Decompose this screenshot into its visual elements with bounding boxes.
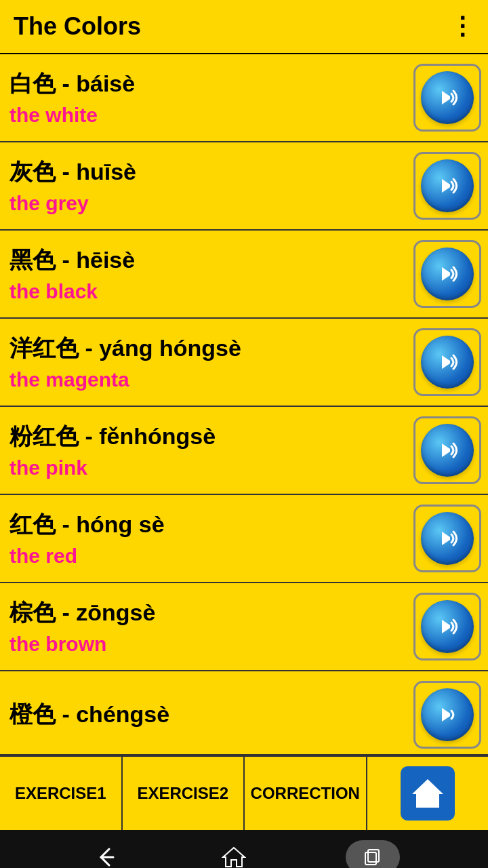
exercise1-button[interactable]: EXERCISE1 bbox=[0, 757, 123, 830]
svg-marker-2 bbox=[442, 267, 450, 281]
sound-button-orange[interactable] bbox=[413, 681, 481, 749]
svg-rect-11 bbox=[365, 852, 376, 865]
sound-button-magenta[interactable] bbox=[413, 328, 481, 396]
vocab-text-magenta: 洋红色 - yáng hóngsè the magenta bbox=[9, 333, 407, 391]
sound-icon-magenta bbox=[421, 336, 474, 389]
vocab-item-orange-partial: 橙色 - chéngsè bbox=[0, 671, 488, 755]
svg-rect-12 bbox=[368, 850, 379, 862]
top-bar: The Colors ⋮ bbox=[0, 0, 488, 54]
svg-marker-1 bbox=[442, 179, 450, 193]
vocab-chinese-magenta: 洋红色 - yáng hóngsè bbox=[9, 333, 407, 364]
vocab-item-brown: 棕色 - zōngsè the brown bbox=[0, 583, 488, 671]
vocab-text-grey: 灰色 - huīsè the grey bbox=[9, 157, 407, 215]
vocab-chinese-brown: 棕色 - zōngsè bbox=[9, 597, 407, 629]
menu-icon[interactable]: ⋮ bbox=[450, 12, 474, 41]
sound-icon-orange bbox=[421, 688, 474, 741]
vocab-english-grey: the grey bbox=[9, 192, 407, 215]
exercise2-button[interactable]: EXERCISE2 bbox=[123, 757, 245, 830]
vocab-english-magenta: the magenta bbox=[9, 368, 407, 391]
vocab-text-pink: 粉红色 - fěnhóngsè the pink bbox=[9, 421, 407, 479]
sound-icon-white bbox=[421, 71, 474, 124]
vocab-text-black: 黑色 - hēisè the black bbox=[9, 245, 407, 303]
sound-icon-pink bbox=[421, 424, 474, 477]
vocab-item-grey: 灰色 - huīsè the grey bbox=[0, 142, 488, 231]
vocab-item-red: 红色 - hóng sè the red bbox=[0, 495, 488, 583]
sound-icon-brown bbox=[421, 600, 474, 653]
home-button[interactable] bbox=[367, 757, 489, 830]
home-system-button[interactable] bbox=[217, 840, 251, 868]
vocab-item-black: 黑色 - hēisè the black bbox=[0, 231, 488, 319]
vocab-item-white: 白色 - báisè the white bbox=[0, 54, 488, 142]
sound-button-black[interactable] bbox=[413, 240, 481, 308]
vocab-english-black: the black bbox=[9, 280, 407, 303]
sound-button-red[interactable] bbox=[413, 505, 481, 572]
svg-marker-5 bbox=[442, 532, 450, 545]
vocab-english-red: the red bbox=[9, 545, 407, 568]
vocab-chinese-orange-partial: 橙色 - chéngsè bbox=[9, 699, 169, 730]
vocab-chinese-red: 红色 - hóng sè bbox=[9, 509, 407, 540]
svg-marker-0 bbox=[442, 91, 450, 104]
vocab-english-brown: the brown bbox=[9, 633, 407, 656]
vocab-item-pink: 粉红色 - fěnhóngsè the pink bbox=[0, 407, 488, 495]
vocab-text-white: 白色 - báisè the white bbox=[9, 68, 407, 127]
sound-button-brown[interactable] bbox=[413, 593, 481, 660]
sound-button-grey[interactable] bbox=[413, 152, 481, 220]
sound-icon-grey bbox=[421, 159, 474, 212]
vocab-text-red: 红色 - hóng sè the red bbox=[9, 509, 407, 568]
vocab-item-magenta: 洋红色 - yáng hóngsè the magenta bbox=[0, 319, 488, 407]
correction-button[interactable]: CORRECTION bbox=[245, 757, 367, 830]
vocab-text-brown: 棕色 - zōngsè the brown bbox=[9, 597, 407, 656]
bottom-nav: EXERCISE1 EXERCISE2 CORRECTION bbox=[0, 755, 488, 830]
vocab-chinese-pink: 粉红色 - fěnhóngsè bbox=[9, 421, 407, 452]
app-title: The Colors bbox=[14, 12, 141, 41]
vocab-chinese-grey: 灰色 - huīsè bbox=[9, 157, 407, 188]
vocab-list: 白色 - báisè the white 灰色 - huīsè the grey bbox=[0, 54, 488, 755]
vocab-english-pink: the pink bbox=[9, 456, 407, 479]
vocab-english-white: the white bbox=[9, 104, 407, 127]
svg-marker-6 bbox=[442, 620, 450, 633]
sound-icon-red bbox=[421, 512, 474, 565]
vocab-chinese-black: 黑色 - hēisè bbox=[9, 245, 407, 276]
svg-marker-3 bbox=[442, 355, 450, 369]
sound-icon-black bbox=[421, 248, 474, 300]
system-nav-bar bbox=[0, 830, 488, 868]
sound-button-pink[interactable] bbox=[413, 416, 481, 484]
vocab-chinese-white: 白色 - báisè bbox=[9, 68, 407, 100]
back-button[interactable] bbox=[88, 840, 122, 868]
sound-button-white[interactable] bbox=[413, 64, 481, 132]
recents-button[interactable] bbox=[346, 840, 400, 868]
svg-marker-4 bbox=[442, 443, 450, 457]
svg-marker-7 bbox=[442, 708, 450, 722]
home-icon bbox=[401, 766, 455, 821]
svg-rect-9 bbox=[423, 798, 432, 808]
svg-marker-10 bbox=[223, 848, 245, 867]
